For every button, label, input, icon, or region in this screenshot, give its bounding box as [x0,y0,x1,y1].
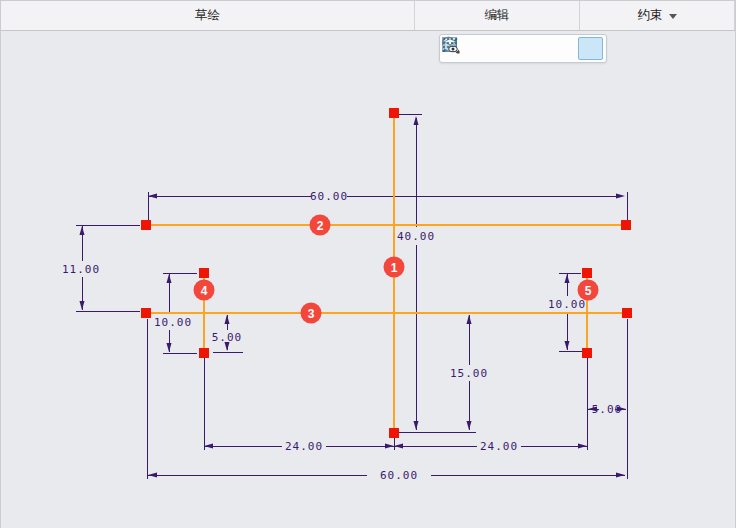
dim-right-post-height: 10.00 [548,298,586,311]
dim-center-height: 40.00 [397,230,435,243]
sketch-display-filters-button[interactable] [578,37,603,60]
tab-edit[interactable]: 编辑 [415,1,580,30]
chevron-down-icon [669,14,677,19]
ribbon-tab-bar: 草绘 编辑 约束 [1,1,735,31]
tab-constraint-label: 约束 [638,7,663,24]
dim-left-post-drop: 5.00 [212,331,243,344]
display-style-button[interactable] [524,37,549,60]
tab-edit-label: 编辑 [485,7,510,24]
zoom-in-button[interactable] [470,37,495,60]
dim-center-drop: 15.00 [450,367,488,380]
badge-2: 2 [317,219,324,233]
badge-3: 3 [308,307,315,321]
view-toolbar [439,34,607,63]
dim-top-width: 60.00 [310,190,348,203]
sketcher-window: 草绘 编辑 约束 [0,0,736,528]
sketch-canvas[interactable]: 60.00 40.00 11.00 10.00 5.00 10.00 15.00… [1,31,735,528]
tab-sketch-label: 草绘 [195,7,220,24]
sketch-drawing: 60.00 40.00 11.00 10.00 5.00 10.00 15.00… [1,31,735,528]
dim-bottom-width: 60.00 [380,469,418,482]
badge-4: 4 [201,284,208,298]
dim-right-span: 24.00 [480,440,518,453]
dim-right-post-offset: 5.00 [592,403,623,416]
saved-orientations-button[interactable] [551,37,576,60]
tab-sketch[interactable]: 草绘 [1,1,415,30]
dim-left-span: 24.00 [285,440,323,453]
sketch-display-filters-icon [440,35,460,55]
dim-left-post-height: 10.00 [154,316,192,329]
dim-left-offset: 11.00 [62,263,100,276]
tab-constraint[interactable]: 约束 [580,1,735,30]
dimension-labels[interactable]: 60.00 40.00 11.00 10.00 5.00 10.00 15.00… [62,190,622,482]
zoom-out-button[interactable] [497,37,522,60]
badge-1: 1 [391,261,398,275]
badge-5: 5 [585,284,592,298]
